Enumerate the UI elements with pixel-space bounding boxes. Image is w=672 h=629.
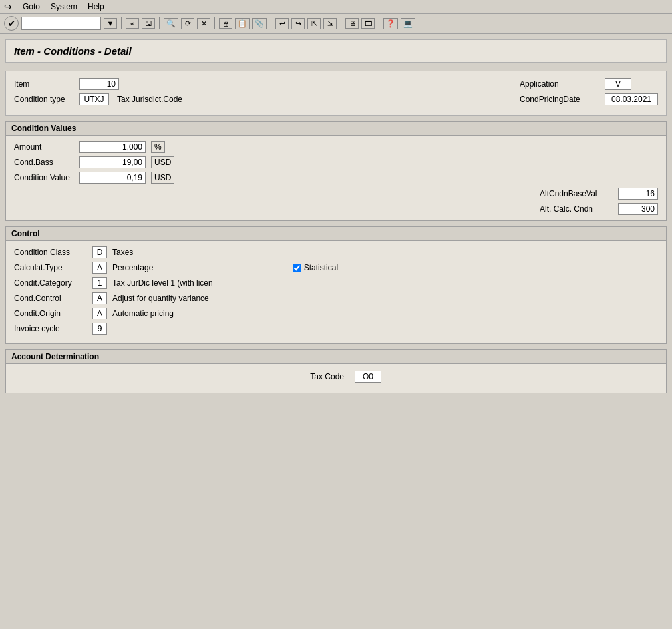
screen2-btn[interactable]: 🗖 bbox=[361, 18, 375, 29]
condition-class-text: Taxes bbox=[112, 248, 133, 257]
screen1-btn[interactable]: 🖥 bbox=[345, 18, 359, 29]
alt-cndn-base-val-row: AltCndnBaseVal 16 bbox=[540, 188, 658, 200]
statistical-checkbox[interactable] bbox=[293, 264, 301, 272]
separator-2 bbox=[159, 17, 160, 29]
alt-cndn-base-val-label: AltCndnBaseVal bbox=[540, 189, 613, 198]
item-label: Item bbox=[14, 79, 74, 89]
back-btn[interactable]: ↩ bbox=[275, 18, 289, 29]
item-value[interactable]: 10 bbox=[79, 78, 119, 90]
cond-bass-row: Cond.Bass 19,00 USD bbox=[14, 156, 658, 168]
condition-value-unit: USD bbox=[151, 172, 174, 184]
header-area: Item 10 Condition type UTXJ Tax Jurisdic… bbox=[5, 71, 667, 116]
condition-type-label: Condition type bbox=[14, 95, 74, 104]
condition-type-text: Tax Jurisdict.Code bbox=[117, 95, 182, 104]
condition-type-value[interactable]: UTXJ bbox=[79, 93, 109, 105]
condition-type-row: Condition type UTXJ Tax Jurisdict.Code bbox=[14, 93, 182, 105]
control-title: Control bbox=[6, 227, 666, 241]
separator-5 bbox=[341, 17, 341, 29]
search-btn[interactable]: 🔍 bbox=[164, 18, 178, 29]
save-button[interactable]: 🖫 bbox=[142, 18, 155, 29]
amount-value[interactable]: 1,000 bbox=[79, 141, 146, 153]
forward-btn[interactable]: ↪ bbox=[291, 18, 305, 29]
command-input[interactable] bbox=[21, 17, 101, 30]
system-menu[interactable]: System bbox=[51, 2, 77, 11]
condit-origin-label: Condit.Origin bbox=[14, 309, 87, 318]
page-title: Item - Conditions - Detail bbox=[5, 39, 667, 63]
invoice-cycle-code[interactable]: 9 bbox=[92, 323, 107, 335]
dropdown-button[interactable]: ▼ bbox=[104, 18, 117, 29]
account-determination-title: Account Determination bbox=[6, 350, 666, 364]
condit-origin-row: Condit.Origin A Automatic pricing bbox=[14, 308, 213, 319]
separator-6 bbox=[379, 17, 379, 29]
check-button[interactable]: ✔ bbox=[4, 16, 19, 31]
calculat-type-label: Calculat.Type bbox=[14, 263, 87, 272]
statistical-row: Statistical bbox=[293, 263, 338, 272]
cond-control-row: Cond.Control A Adjust for quantity varia… bbox=[14, 292, 213, 304]
cond-pricing-date-value[interactable]: 08.03.2021 bbox=[605, 93, 658, 105]
condit-category-row: Condit.Category 1 Tax JurDic level 1 (wi… bbox=[14, 277, 213, 289]
condit-origin-text: Automatic pricing bbox=[112, 309, 174, 318]
toolbar: ✔ ▼ « 🖫 🔍 ⟳ ✕ 🖨 📋 📎 ↩ ↪ ⇱ ⇲ 🖥 🗖 ❓ 💻 bbox=[0, 14, 672, 34]
amount-unit: % bbox=[151, 141, 165, 153]
cond-control-code[interactable]: A bbox=[92, 292, 107, 304]
application-label: Application bbox=[520, 79, 599, 89]
attach-btn[interactable]: 📎 bbox=[252, 18, 267, 29]
nav1-btn[interactable]: ⇱ bbox=[307, 18, 321, 29]
control-content: Condition Class D Taxes Calculat.Type A … bbox=[6, 241, 666, 343]
control-section: Control Condition Class D Taxes Calculat… bbox=[5, 226, 667, 344]
cancel-btn[interactable]: ✕ bbox=[197, 18, 210, 29]
statistical-label: Statistical bbox=[304, 263, 338, 272]
cond-bass-label: Cond.Bass bbox=[14, 158, 74, 167]
nav2-btn[interactable]: ⇲ bbox=[323, 18, 337, 29]
application-row: Application V bbox=[520, 78, 658, 90]
invoice-cycle-row: Invoice cycle 9 bbox=[14, 323, 213, 335]
menu-bar: ↪ Goto System Help bbox=[0, 0, 672, 14]
clipboard-btn[interactable]: 📋 bbox=[235, 18, 250, 29]
alt-calc-cndn-value[interactable]: 300 bbox=[618, 203, 658, 215]
cond-bass-unit: USD bbox=[151, 156, 174, 168]
amount-row: Amount 1,000 % bbox=[14, 141, 658, 153]
prev-button[interactable]: « bbox=[126, 18, 139, 29]
account-determination-section: Account Determination Tax Code O0 bbox=[5, 349, 667, 393]
tax-code-row: Tax Code O0 bbox=[13, 371, 659, 383]
calculat-type-text: Percentage bbox=[112, 263, 153, 272]
account-determination-content: Tax Code O0 bbox=[6, 364, 666, 393]
calculat-type-row: Calculat.Type A Percentage bbox=[14, 262, 213, 274]
application-value[interactable]: V bbox=[605, 78, 631, 90]
cond-pricing-date-label: CondPricingDate bbox=[520, 95, 599, 104]
alt-cndn-base-val-value[interactable]: 16 bbox=[618, 188, 658, 200]
condit-category-code[interactable]: 1 bbox=[92, 277, 107, 289]
cond-bass-value[interactable]: 19,00 bbox=[79, 156, 146, 168]
invoice-cycle-label: Invoice cycle bbox=[14, 324, 87, 333]
calculat-type-code[interactable]: A bbox=[92, 262, 107, 274]
condition-class-label: Condition Class bbox=[14, 248, 87, 257]
tax-code-value[interactable]: O0 bbox=[355, 371, 381, 383]
main-content: Item - Conditions - Detail Item 10 Condi… bbox=[0, 34, 672, 404]
condition-class-code[interactable]: D bbox=[92, 246, 107, 258]
condition-values-content: Amount 1,000 % Cond.Bass 19,00 USD Condi… bbox=[6, 136, 666, 220]
condition-values-title: Condition Values bbox=[6, 122, 666, 136]
help-btn[interactable]: ❓ bbox=[383, 18, 398, 29]
menu-icon: ↪ bbox=[4, 1, 12, 12]
goto-menu[interactable]: Goto bbox=[23, 2, 40, 11]
condition-value-label: Condition Value bbox=[14, 173, 74, 182]
monitor-btn[interactable]: 💻 bbox=[401, 18, 415, 29]
help-menu[interactable]: Help bbox=[88, 2, 104, 11]
tax-code-label: Tax Code bbox=[291, 372, 344, 381]
cond-control-label: Cond.Control bbox=[14, 294, 87, 303]
cond-control-text: Adjust for quantity variance bbox=[112, 294, 209, 303]
condit-origin-code[interactable]: A bbox=[92, 308, 107, 319]
alt-calc-cndn-label: Alt. Calc. Cndn bbox=[540, 204, 613, 214]
refresh-btn[interactable]: ⟳ bbox=[181, 18, 194, 29]
alt-calc-cndn-row: Alt. Calc. Cndn 300 bbox=[540, 203, 658, 215]
condition-class-row: Condition Class D Taxes bbox=[14, 246, 213, 258]
separator-1 bbox=[121, 17, 122, 29]
condit-category-text: Tax JurDic level 1 (with licen bbox=[112, 278, 213, 288]
condition-values-section: Condition Values Amount 1,000 % Cond.Bas… bbox=[5, 121, 667, 221]
item-row: Item 10 bbox=[14, 78, 182, 90]
separator-4 bbox=[271, 17, 271, 29]
amount-label: Amount bbox=[14, 142, 74, 152]
print-btn[interactable]: 🖨 bbox=[219, 18, 232, 29]
condition-value-value[interactable]: 0,19 bbox=[79, 172, 146, 184]
condit-category-label: Condit.Category bbox=[14, 278, 87, 288]
